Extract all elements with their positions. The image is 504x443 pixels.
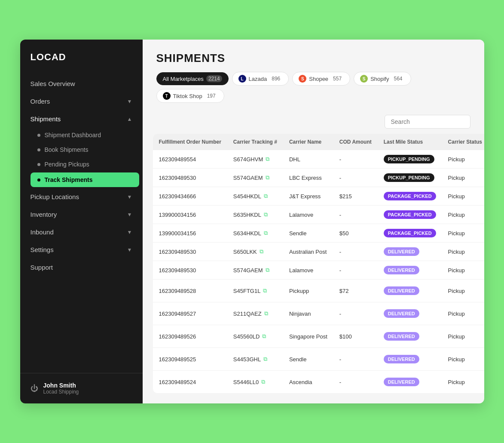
- cell-carrier-name: Ninjavan: [283, 302, 333, 325]
- sidebar-item-orders[interactable]: Orders ▼: [20, 92, 143, 110]
- search-input[interactable]: [385, 115, 470, 129]
- tab-shopify[interactable]: S Shopify 564: [354, 72, 411, 86]
- tab-count: 197: [205, 92, 218, 99]
- dot-icon: [37, 148, 40, 151]
- copy-icon[interactable]: ⧉: [260, 248, 263, 255]
- sidebar-item-inbound[interactable]: Inbound ▼: [20, 223, 143, 241]
- cell-fulfillment-order: 139900034156: [153, 206, 227, 224]
- tiktok-icon: T: [163, 92, 171, 100]
- cell-fulfillment-order: 162309489530: [153, 261, 227, 280]
- subnav-label: Track Shipments: [45, 176, 93, 183]
- sidebar-item-label: Sales Overview: [31, 80, 75, 87]
- cell-last-mile-status: DELIVERED: [378, 302, 442, 325]
- cell-fulfillment-order: 162309489530: [153, 243, 227, 261]
- tab-shopee[interactable]: S Shopee 557: [292, 72, 350, 86]
- status-badge: DELIVERED: [384, 266, 419, 274]
- copy-icon[interactable]: ⧉: [263, 356, 267, 363]
- cell-carrier-status: Pickup: [442, 371, 484, 394]
- cell-carrier-name: Singapore Post: [283, 325, 333, 348]
- sidebar-item-support[interactable]: Support: [20, 258, 143, 276]
- cell-last-mile-status: DELIVERED: [378, 348, 442, 371]
- table-row: 162309489527 S211QAEZ ⧉ Ninjavan - DELIV…: [153, 302, 484, 325]
- sidebar-item-book-shipments[interactable]: Book Shipments: [27, 142, 143, 157]
- tab-count: 2214: [206, 75, 222, 82]
- cell-carrier-tracking: S635HKDL ⧉: [227, 206, 283, 224]
- cell-fulfillment-order: 162309489524: [153, 371, 227, 394]
- tracking-number: S211QAEZ: [233, 311, 262, 317]
- table-row: 162309434666 S454HKDL ⧉ J&T Express $215…: [153, 187, 484, 206]
- cell-carrier-status: Pickup: [442, 206, 484, 224]
- sidebar-item-track-shipments[interactable]: Track Shipments: [31, 172, 139, 187]
- chevron-down-icon: ▼: [127, 229, 132, 235]
- copy-icon[interactable]: ⧉: [264, 310, 268, 317]
- status-badge: DELIVERED: [384, 309, 419, 318]
- copy-icon[interactable]: ⧉: [266, 267, 269, 274]
- sidebar-item-settings[interactable]: Settings ▼: [20, 241, 143, 258]
- cell-cod-amount: -: [333, 302, 378, 325]
- cell-cod-amount: -: [333, 243, 378, 261]
- cell-carrier-tracking: S574GAEM ⧉: [227, 169, 283, 187]
- sidebar-item-shipment-dashboard[interactable]: Shipment Dashboard: [27, 128, 143, 142]
- table-header-row: Fulfillment Order Number Carrier Trackin…: [153, 134, 484, 150]
- lazada-icon: L: [238, 75, 246, 83]
- tab-count: 896: [269, 75, 282, 82]
- dot-icon: [37, 163, 40, 166]
- table-row: 162309489528 S45FTG1L ⧉ Pickupp $72 DELI…: [153, 280, 484, 302]
- sidebar-item-label: Shipments: [31, 115, 61, 123]
- table-row: 162309489525 S4453GHL ⧉ Sendle - DELIVER…: [153, 348, 484, 371]
- page-title: SHIPMENTS: [156, 52, 470, 65]
- cell-carrier-tracking: S650LKK ⧉: [227, 243, 283, 261]
- marketplace-tabs: All Marketplaces 2214 L Lazada 896 S Sho…: [156, 72, 470, 103]
- cell-carrier-status: Pickup: [442, 325, 484, 348]
- sidebar-item-inventory[interactable]: Inventory ▼: [20, 206, 143, 223]
- chevron-down-icon: ▼: [127, 194, 132, 200]
- cell-carrier-name: Pickupp: [283, 280, 333, 302]
- table-body: 162309489554 S674GHVM ⧉ DHL - PICKUP_PEN…: [153, 150, 484, 393]
- copy-icon[interactable]: ⧉: [264, 230, 268, 237]
- sidebar-item-label: Settings: [31, 246, 54, 253]
- cell-last-mile-status: DELIVERED: [378, 261, 442, 280]
- tab-label: Shopee: [309, 76, 328, 82]
- tab-all-marketplaces[interactable]: All Marketplaces 2214: [156, 72, 229, 85]
- main-header: SHIPMENTS All Marketplaces 2214 L Lazada…: [143, 40, 484, 110]
- cell-fulfillment-order: 162309489530: [153, 169, 227, 187]
- copy-icon[interactable]: ⧉: [266, 174, 269, 181]
- tab-tiktok[interactable]: T Tiktok Shop 197: [156, 89, 224, 103]
- chevron-down-icon: ▼: [127, 247, 132, 253]
- cell-carrier-name: J&T Express: [283, 187, 333, 206]
- tab-lazada[interactable]: L Lazada 896: [232, 72, 289, 86]
- cell-last-mile-status: DELIVERED: [378, 280, 442, 302]
- col-cod-amount: COD Amount: [333, 134, 378, 150]
- cell-carrier-tracking: S45560LD ⧉: [227, 325, 283, 348]
- sidebar-item-sales-overview[interactable]: Sales Overview: [20, 75, 143, 92]
- col-last-mile-status: Last Mile Status: [378, 134, 442, 150]
- app-container: LOCAD Sales Overview Orders ▼ Shipments …: [20, 40, 484, 403]
- cell-fulfillment-order: 162309489528: [153, 280, 227, 302]
- copy-icon[interactable]: ⧉: [264, 193, 268, 200]
- subnav-label: Book Shipments: [45, 146, 89, 153]
- user-subtitle: Locad Shipping: [43, 389, 79, 395]
- sidebar-item-pending-pickups[interactable]: Pending Pickups: [27, 157, 143, 172]
- user-info: John Smith Locad Shipping: [43, 382, 79, 395]
- copy-icon[interactable]: ⧉: [263, 287, 267, 294]
- copy-icon[interactable]: ⧉: [264, 211, 268, 218]
- cell-carrier-name: DHL: [283, 150, 333, 169]
- tracking-number: S45FTG1L: [233, 288, 261, 294]
- copy-icon[interactable]: ⧉: [261, 378, 265, 385]
- cell-fulfillment-order: 162309489526: [153, 325, 227, 348]
- cell-fulfillment-order: 162309434666: [153, 187, 227, 206]
- power-icon[interactable]: ⏻: [31, 384, 38, 393]
- tracking-number: S5446LL0: [233, 379, 259, 385]
- cell-carrier-tracking: S45FTG1L ⧉: [227, 280, 283, 302]
- cell-fulfillment-order: 162309489525: [153, 348, 227, 371]
- table-row: 162309489530 S650LKK ⧉ Australian Post -…: [153, 243, 484, 261]
- copy-icon[interactable]: ⧉: [262, 333, 266, 340]
- nav: Sales Overview Orders ▼ Shipments ▲ Ship…: [20, 71, 143, 373]
- sidebar-item-pickup-locations[interactable]: Pickup Locations ▼: [20, 188, 143, 206]
- user-name: John Smith: [43, 382, 79, 389]
- sidebar-item-shipments[interactable]: Shipments ▲: [20, 110, 143, 128]
- copy-icon[interactable]: ⧉: [266, 156, 269, 163]
- main-content: SHIPMENTS All Marketplaces 2214 L Lazada…: [143, 40, 484, 403]
- cell-carrier-name: Australian Post: [283, 243, 333, 261]
- table-row: 162309489530 S574GAEM ⧉ LBC Express - PI…: [153, 169, 484, 187]
